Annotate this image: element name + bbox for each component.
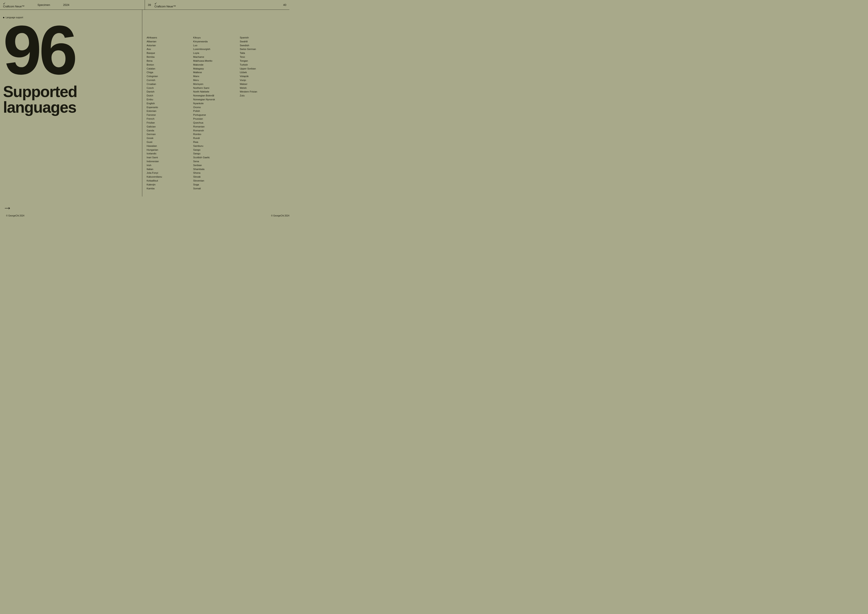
header-page-left: 39 [148,3,151,6]
footer-copyright-left: © GeorgeCht 2024 [6,214,24,217]
list-item: Swahili [240,40,286,43]
list-item: Afrikaans [147,36,193,40]
list-item: Makonde [193,63,239,67]
list-item: Volapük [240,74,286,78]
list-item: North Ndebele [193,90,239,94]
list-item: Kamba [147,187,193,191]
list-item: Northern Sami [193,86,239,90]
list-item: Upper Sorbian [240,67,286,71]
list-item: Bemba [147,55,193,59]
list-item: Kelaallisut [147,179,193,183]
list-item: Asu [147,47,193,51]
list-item: Maltese [193,71,239,74]
list-item: Gusii [147,140,193,144]
footer: © GeorgeCht 2024 © GeorgeCht 2024 [3,213,289,220]
supported-title: Supported languages [3,84,142,115]
list-item: Hawaiian [147,144,193,148]
header-page-right: 40 [283,3,286,6]
main-content: Language support 96 Supported languages … [0,10,289,197]
list-item: Oromo [193,105,239,109]
header-right: 39 ↙ Craftcom Neue™ 40 [145,0,290,9]
list-item: Sango [193,148,239,152]
language-column-1: AfrikaansAlbanianAsturianAsuBasqueBembaB… [147,36,193,197]
list-item: Soga [193,183,239,187]
list-item: Shona [193,171,239,175]
list-item: Faroese [147,113,193,117]
list-item: English [147,102,193,105]
list-item: Croatian [147,82,193,86]
list-item: Zulu [240,94,286,98]
list-item: Prussian [193,117,239,121]
list-item: Kinyarwanda [193,40,239,43]
list-item: Portuguese [193,113,239,117]
header-year: 2024 [63,3,69,6]
list-item: Ganda [147,129,193,133]
list-item: Western Frisian [240,90,286,94]
supported-title-line2: languages [3,99,76,116]
list-item: Sangu [193,152,239,156]
list-item: Albanian [147,40,193,43]
list-item: German [147,132,193,136]
list-item: Spanish [240,36,286,40]
list-item: Inari Sami [147,156,193,160]
list-item: Irish [147,163,193,167]
list-item: Colognian [147,74,193,78]
list-item: Meru [193,78,239,82]
list-item: Teso [240,55,286,59]
list-item: Vunjo [240,78,286,82]
header-logo-right: ↙ Craftcom Neue™ [154,2,176,8]
list-item: French [147,117,193,121]
list-item: Machame [193,55,239,59]
header-right-inner: 39 ↙ Craftcom Neue™ [148,2,176,8]
list-item: Slovak [193,175,239,179]
list-item: Malagasy [193,67,239,71]
header-arrow-right: ↙ [154,2,157,5]
footer-copyright-right: © GeorgeCht 2024 [271,214,289,217]
list-item: Swedish [240,43,286,48]
list-item: Asturian [147,43,193,48]
list-item: Galician [147,125,193,129]
list-item: Esperanto [147,105,193,109]
header-left: ↙ Craftcom Neue™ Specimen 2024 [0,0,145,9]
list-item: Jola-Fonyi [147,171,193,175]
list-item: Polish [193,109,239,113]
language-column-2: KikuyuKinyarwandaLuoLuxembourgishLuyiaMa… [193,36,239,197]
list-item: Luxembourgish [193,47,239,51]
list-item: Welsh [240,86,286,90]
list-item: Norwegian Nynorsk [193,98,239,102]
list-item: Turkish [240,63,286,67]
list-item: Tongan [240,59,286,63]
list-item: Morisyen [193,82,239,86]
list-item: Indonesian [147,160,193,163]
list-item: Rwa [193,140,239,144]
list-item: Rundi [193,136,239,140]
list-item: Catalan [147,67,193,71]
list-item: Icelandic [147,152,193,156]
list-item: Dutch [147,94,193,98]
list-item: Kabuverdianu [147,175,193,179]
list-item: Scottish Gaelic [193,156,239,160]
list-item: Luyia [193,51,239,55]
list-item: Kikuyu [193,36,239,40]
list-item: Romansh [193,129,239,133]
header-brand-right: Craftcom Neue™ [154,5,176,8]
header-arrow-left: ↙ [3,2,6,5]
list-item: Rombo [193,132,239,136]
right-panel: AfrikaansAlbanianAsturianAsuBasqueBembaB… [142,10,286,197]
list-item: Somali [193,187,239,191]
list-item: Estonian [147,109,193,113]
bottom-arrow: → [3,203,286,213]
header-logo-left: ↙ Craftcom Neue™ [3,2,25,8]
supported-title-line1: Supported [3,83,77,100]
list-item: Kalenjin [147,183,193,187]
list-item: Italian [147,167,193,171]
header-brand-left: Craftcom Neue™ [3,5,25,8]
list-item: Danish [147,90,193,94]
list-item: Hungarian [147,148,193,152]
list-item: Walser [240,82,286,86]
list-item: Bena [147,59,193,63]
list-item: Nyankole [193,102,239,105]
list-item: Norwegian Bokmål [193,94,239,98]
list-item: Cornish [147,78,193,82]
list-item: Romanian [193,125,239,129]
